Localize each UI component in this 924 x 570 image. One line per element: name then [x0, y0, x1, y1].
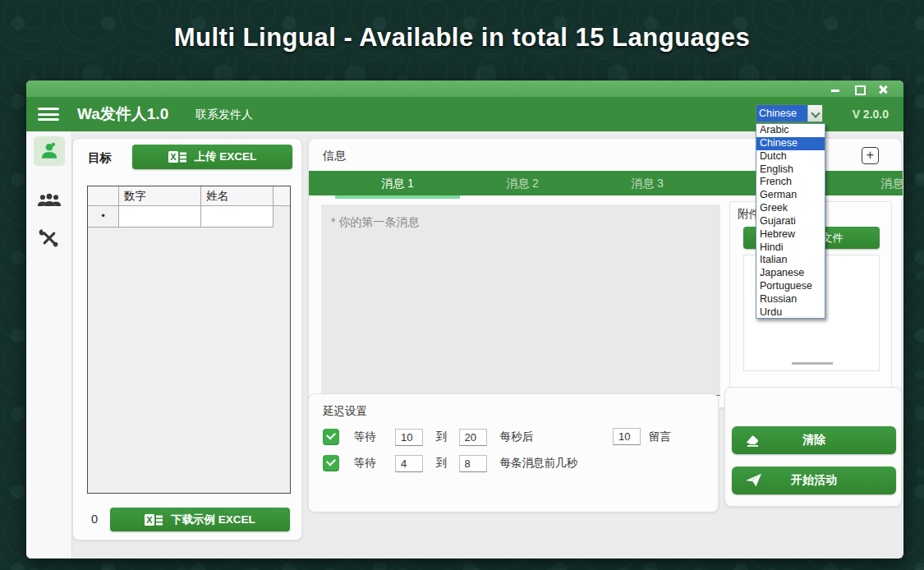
row-marker: • — [88, 206, 119, 228]
excel-icon: X — [168, 150, 186, 163]
version-label: V 2.0.0 — [853, 97, 889, 131]
sidebar — [26, 131, 72, 559]
wait-label: 等待 — [354, 456, 395, 471]
delay-to-input[interactable] — [459, 429, 487, 446]
upload-excel-button[interactable]: X 上传 EXCEL — [132, 145, 292, 169]
language-option-selected[interactable]: Chinese — [756, 137, 825, 150]
minimize-icon[interactable] — [830, 85, 841, 94]
tab-message-3[interactable]: 消息 3 — [585, 171, 710, 195]
person-icon — [39, 140, 60, 162]
language-option[interactable]: Urdu — [756, 306, 825, 319]
language-option[interactable]: Japanese — [756, 267, 825, 280]
language-dropdown-list: Arabic Chinese Dutch English French Germ… — [756, 123, 825, 319]
target-panel: 目标 X 上传 EXCEL 数字 姓名 • — [72, 138, 302, 540]
svg-text:X: X — [170, 152, 177, 162]
tab-message-5[interactable]: 消息 5 — [834, 171, 903, 195]
delay-from-input[interactable] — [395, 455, 423, 472]
send-icon — [745, 473, 762, 487]
chevron-down-icon[interactable] — [807, 105, 822, 122]
language-option[interactable]: English — [756, 163, 825, 177]
delay-suffix-label: 每条消息前几秒 — [500, 456, 578, 471]
contacts-table[interactable]: 数字 姓名 • — [87, 186, 291, 494]
checkbox-checked-icon[interactable] — [323, 429, 339, 445]
contact-count: 0 — [91, 513, 98, 526]
download-sample-excel-button[interactable]: X 下载示例 EXCEL — [110, 508, 290, 531]
language-option[interactable]: French — [756, 176, 825, 189]
message-input[interactable] — [321, 205, 720, 396]
table-cell-number[interactable] — [119, 206, 201, 228]
column-header-name: 姓名 — [201, 186, 274, 205]
column-header-number: 数字 — [119, 186, 201, 205]
message-note-group: 留言 — [613, 428, 671, 445]
menu-icon[interactable] — [38, 108, 59, 121]
contact-sender-link[interactable]: 联系发件人 — [195, 97, 253, 131]
language-option[interactable]: Arabic — [756, 124, 825, 137]
eraser-icon — [745, 433, 761, 447]
language-selected-value: Chinese — [756, 105, 807, 122]
language-option[interactable]: Hebrew — [756, 228, 825, 241]
table-cell-name[interactable] — [201, 206, 274, 228]
excel-icon: X — [145, 513, 163, 526]
wait-label: 等待 — [354, 430, 395, 444]
sidebar-item-groups[interactable] — [34, 186, 65, 215]
delay-settings-panel: 延迟设置 等待 到 每秒后 等待 到 每条消息前几秒 留言 — [308, 393, 719, 513]
delay-row-2: 等待 到 每条消息前几秒 — [323, 454, 709, 472]
note-label: 留言 — [649, 430, 671, 444]
table-header-row: 数字 姓名 — [88, 186, 290, 206]
message-panel-title: 信息 — [323, 149, 346, 163]
checkbox-checked-icon[interactable] — [323, 455, 339, 471]
app-title: Wa发件人1.0 — [77, 97, 168, 131]
maximize-icon[interactable] — [854, 85, 865, 94]
start-label: 开始活动 — [791, 473, 837, 488]
language-option[interactable]: German — [756, 189, 825, 202]
delay-from-input[interactable] — [395, 429, 423, 446]
delay-to-input[interactable] — [459, 455, 487, 472]
group-icon — [37, 191, 62, 209]
language-option[interactable]: Dutch — [756, 150, 825, 163]
to-label: 到 — [436, 456, 448, 471]
clear-button[interactable]: 清除 — [732, 426, 896, 454]
app-window: Wa发件人1.0 联系发件人 V 2.0.0 Chinese Arabic Ch… — [26, 80, 903, 559]
language-option[interactable]: Russian — [756, 293, 825, 306]
add-message-icon[interactable]: + — [862, 147, 879, 164]
clear-label: 清除 — [802, 433, 825, 448]
window-titlebar — [26, 80, 903, 97]
sidebar-item-tools[interactable] — [34, 223, 65, 253]
download-sample-label: 下载示例 EXCEL — [171, 513, 255, 527]
language-option[interactable]: Italian — [756, 254, 825, 267]
delay-settings-title: 延迟设置 — [323, 404, 367, 419]
delay-suffix-label: 每秒后 — [500, 430, 534, 444]
tools-icon — [39, 228, 60, 249]
sidebar-item-contacts[interactable] — [34, 136, 65, 166]
language-option[interactable]: Greek — [756, 202, 825, 215]
start-campaign-button[interactable]: 开始活动 — [732, 467, 896, 494]
language-select[interactable]: Chinese — [756, 104, 823, 122]
table-row[interactable]: • — [88, 206, 290, 228]
banner-title: Multi Lingual - Available in total 15 La… — [0, 23, 924, 53]
tab-message-2[interactable]: 消息 2 — [460, 171, 585, 195]
tab-message-1[interactable]: 消息 1 — [335, 171, 460, 195]
language-option[interactable]: Gujarati — [756, 215, 825, 228]
upload-excel-label: 上传 EXCEL — [195, 149, 257, 164]
note-count-input[interactable] — [613, 428, 641, 445]
target-title: 目标 — [88, 150, 112, 166]
table-corner-cell — [88, 186, 119, 205]
language-option[interactable]: Hindi — [756, 241, 825, 255]
actions-panel: 清除 开始活动 — [724, 387, 902, 507]
language-option[interactable]: Portuguese — [756, 280, 825, 293]
to-label: 到 — [436, 430, 448, 444]
active-tab-indicator — [335, 195, 460, 199]
close-icon[interactable] — [878, 85, 889, 94]
svg-text:X: X — [146, 515, 153, 525]
